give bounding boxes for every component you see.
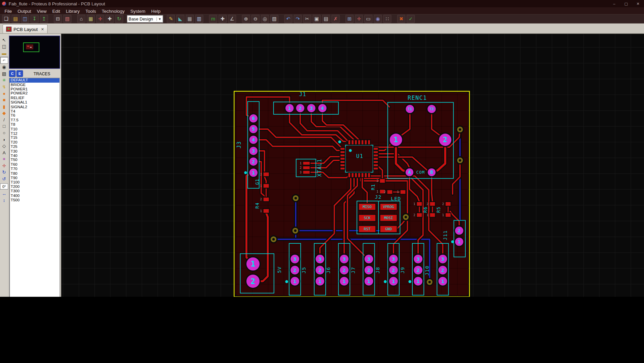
menu-file[interactable]: File	[2, 8, 15, 13]
undo-icon[interactable]: ↶	[284, 15, 292, 23]
trace-style-item[interactable]: T80	[9, 171, 59, 176]
connectivity-highlight-icon[interactable]: ↯	[0, 84, 8, 90]
2d-arc-icon[interactable]: ◗	[0, 136, 8, 143]
selector-c-button[interactable]: C	[9, 70, 16, 77]
block-delete-icon[interactable]: ✗	[331, 15, 339, 23]
redo-icon[interactable]: ↷	[294, 15, 302, 23]
trace-style-item[interactable]: T400	[9, 194, 59, 198]
trace-style-item[interactable]: T25	[9, 145, 59, 149]
close-button[interactable]: ✕	[632, 0, 644, 7]
pencil-icon[interactable]: ✎	[167, 15, 175, 23]
maximize-button[interactable]: ▢	[620, 0, 632, 7]
round-pad-icon[interactable]: ●	[0, 90, 8, 96]
zoom-in-icon[interactable]: ⊕	[242, 15, 250, 23]
package-mode-icon[interactable]: ▬	[0, 50, 8, 56]
cut-icon[interactable]: ✂	[303, 15, 311, 23]
zoom-out-icon[interactable]: ⊖	[251, 15, 260, 23]
menu-tools[interactable]: Tools	[83, 8, 99, 13]
export-layout-icon[interactable]: ↥	[40, 15, 48, 23]
pre-production-check-icon[interactable]: ✓	[407, 15, 415, 23]
trace-style-item[interactable]: BRIDGE	[9, 83, 59, 87]
rotation-field[interactable]: 0°	[0, 184, 8, 190]
2d-path-icon[interactable]: ◇	[0, 143, 8, 149]
application-window: Fab_flute - Proteus 8 Professional - PCB…	[0, 0, 644, 297]
sheet-selector[interactable]: Base Design ▼	[127, 15, 163, 23]
menu-output[interactable]: Output	[15, 8, 34, 13]
copy-icon[interactable]: ▣	[313, 15, 321, 23]
ratsnest-mode-icon[interactable]: ✳	[0, 77, 8, 83]
svg-text:1: 1	[397, 190, 399, 194]
trace-style-item[interactable]: T300	[9, 189, 59, 194]
trace-style-item[interactable]: SIGNAL2	[9, 105, 59, 109]
metric-icon[interactable]: m	[209, 15, 217, 23]
via-mode-icon[interactable]: ◉	[0, 64, 8, 70]
zoom-area-icon[interactable]: ▧	[270, 15, 278, 23]
home-icon[interactable]: ⌂	[77, 15, 85, 23]
proteus-app-icon	[2, 2, 6, 6]
selection-tool-icon[interactable]: ↖	[0, 37, 8, 43]
new-layout-icon[interactable]: ❏	[2, 15, 10, 23]
track-mode-icon[interactable]: ⌐	[0, 57, 8, 64]
grid-dots-icon[interactable]: ▦	[186, 15, 194, 23]
trace-style-item[interactable]: DEFAULT	[9, 78, 59, 82]
component-mode-icon[interactable]: ◫	[0, 44, 8, 50]
zoom-all-icon[interactable]: ◎	[261, 15, 269, 23]
v-mirror-icon[interactable]: ↕	[0, 197, 8, 203]
tab-pcb-layout[interactable]: PCB Layout ✕	[2, 24, 48, 33]
trace-style-item[interactable]: T500	[9, 198, 59, 202]
menu-help[interactable]: Help	[148, 8, 164, 13]
svg-text:J2: J2	[375, 194, 382, 200]
minimize-button[interactable]: –	[608, 0, 620, 7]
pcb-canvas[interactable]: 12321212121122121MISOVPROGSCKMOSIRSTGND1…	[61, 33, 644, 297]
rotate-cw-icon[interactable]: ↻	[0, 169, 8, 175]
zone-mode-icon[interactable]: ▨	[0, 71, 8, 77]
edge-pad-icon[interactable]: ◆	[0, 110, 8, 116]
design-explorer-icon[interactable]: ⊞	[346, 15, 354, 23]
selector-e-button[interactable]: E	[16, 70, 23, 77]
menu-view[interactable]: View	[34, 8, 49, 13]
menu-system[interactable]: System	[128, 8, 148, 13]
2d-line-icon[interactable]: /	[0, 117, 8, 123]
rotate-ccw-icon[interactable]: ↺	[0, 176, 8, 182]
trace-style-item[interactable]: SIGNAL1	[9, 100, 59, 105]
board-grid-icon[interactable]: ▦	[87, 15, 95, 23]
overview-minimap[interactable]	[9, 36, 60, 69]
search-icon[interactable]: ◉	[374, 15, 382, 23]
save-layout-icon[interactable]: ◫	[21, 15, 29, 23]
trace-style-item[interactable]: T70	[9, 167, 59, 171]
layers-icon[interactable]: ▥	[195, 15, 203, 23]
dil-pad-icon[interactable]: ▮	[0, 104, 8, 110]
units-icon[interactable]: ∷	[383, 15, 391, 23]
set-square-icon[interactable]: ◣	[176, 15, 184, 23]
square-pad-icon[interactable]: ■	[0, 97, 8, 103]
marker-icon[interactable]: ✛	[0, 163, 8, 169]
redraw-icon[interactable]: ↻	[115, 15, 123, 23]
open-layout-icon[interactable]: ▤	[11, 15, 19, 23]
2d-circle-icon[interactable]: ○	[0, 130, 8, 136]
menu-library[interactable]: Library	[63, 8, 83, 13]
trace-style-item[interactable]: T4	[9, 109, 59, 114]
trace-style-item[interactable]: T8	[9, 122, 59, 127]
trace-style-item[interactable]: T10	[9, 127, 59, 131]
origin-icon[interactable]: ✛	[96, 15, 104, 23]
cursor-icon[interactable]: ✚	[105, 15, 113, 23]
trace-style-item[interactable]: T7.5	[9, 118, 59, 122]
tab-close-icon[interactable]: ✕	[40, 27, 44, 31]
paste-icon[interactable]: ▤	[322, 15, 330, 23]
print-icon[interactable]: ⊟	[54, 15, 62, 23]
h-mirror-icon[interactable]: ↔	[0, 191, 8, 197]
menu-technology[interactable]: Technology	[99, 8, 127, 13]
new-strategy-icon[interactable]: ✛	[355, 15, 363, 23]
import-layout-icon[interactable]: ↧	[31, 15, 39, 23]
menu-edit[interactable]: Edit	[49, 8, 63, 13]
auto-router-icon[interactable]: ✖	[397, 15, 405, 23]
measure-icon[interactable]: ▭	[364, 15, 372, 23]
mark-output-area-icon[interactable]: ▧	[63, 15, 71, 23]
2d-symbol-icon[interactable]: ✶	[0, 156, 8, 162]
svg-text:2: 2	[260, 198, 262, 201]
2d-box-icon[interactable]: □	[0, 123, 8, 129]
polar-snap-icon[interactable]: ∠	[228, 15, 236, 23]
trace-style-item[interactable]: T30	[9, 149, 59, 154]
2d-text-icon[interactable]: A	[0, 150, 8, 156]
false-origin-icon[interactable]: ✚	[219, 15, 227, 23]
